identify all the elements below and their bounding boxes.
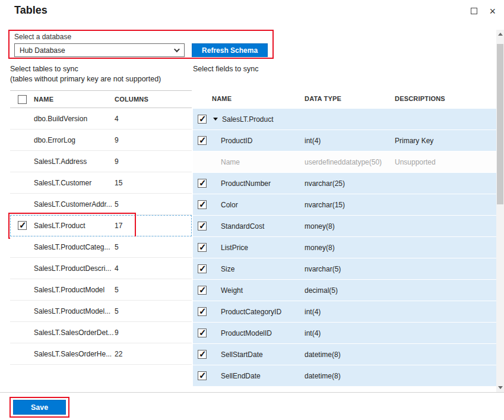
field-name: Name — [212, 158, 305, 166]
dialog-footer: Save — [0, 392, 504, 420]
field-checkbox[interactable] — [198, 264, 207, 273]
field-checkbox[interactable] — [198, 200, 207, 209]
fields-header-name: NAME — [212, 95, 305, 102]
table-name: SalesLT.ProductModel... — [34, 307, 115, 315]
field-row[interactable]: SellStartDatedatetime(8) — [193, 344, 496, 365]
table-row[interactable]: SalesLT.ProductModel...5 — [10, 301, 192, 322]
field-checkbox[interactable] — [198, 286, 207, 295]
field-checkbox[interactable] — [198, 371, 207, 380]
table-name: SalesLT.ProductDescri... — [34, 264, 115, 273]
field-data-type: int(4) — [305, 137, 395, 145]
field-checkbox[interactable] — [198, 329, 207, 337]
scroll-down-icon[interactable] — [498, 386, 503, 389]
tables-list: dbo.BuildVersion4dbo.ErrorLog9SalesLT.Ad… — [10, 108, 192, 365]
refresh-schema-button[interactable]: Refresh Schema — [192, 43, 268, 57]
field-checkbox[interactable] — [198, 243, 207, 252]
tables-panel-subheading: (tables without primary key are not supp… — [10, 74, 192, 84]
field-checkbox[interactable] — [198, 222, 207, 230]
field-data-type: nvarchar(25) — [305, 179, 395, 188]
tables-table: NAME COLUMNS dbo.BuildVersion4dbo.ErrorL… — [10, 90, 192, 365]
table-row[interactable]: dbo.BuildVersion4 — [10, 108, 192, 130]
field-checkbox[interactable] — [198, 179, 207, 188]
table-row[interactable]: SalesLT.Customer15 — [10, 172, 192, 194]
table-row[interactable]: dbo.ErrorLog9 — [10, 130, 192, 151]
field-description: Unsupported — [395, 158, 496, 166]
table-name: SalesLT.Product — [34, 222, 115, 230]
table-row[interactable]: SalesLT.Product17 — [10, 215, 192, 236]
table-column-count: 4 — [115, 115, 192, 123]
fields-panel-heading: Select fields to sync — [193, 64, 496, 74]
field-data-type: decimal(5) — [305, 286, 395, 295]
restore-icon[interactable] — [471, 6, 477, 17]
scrollbar-thumb[interactable] — [497, 44, 503, 204]
table-column-count: 5 — [115, 286, 192, 294]
collapse-triangle-icon[interactable] — [213, 118, 218, 121]
field-checkbox[interactable] — [198, 307, 207, 316]
fields-table-header: NAME DATA TYPE DESCRIPTIONS — [193, 90, 496, 107]
field-group-row[interactable]: SalesLT.Product — [193, 109, 496, 130]
table-checkbox[interactable] — [18, 221, 27, 230]
field-name: ProductID — [212, 137, 305, 145]
table-row[interactable]: SalesLT.ProductDescri...4 — [10, 258, 192, 279]
table-name: SalesLT.SalesOrderDet... — [34, 329, 115, 337]
field-data-type: int(4) — [305, 308, 395, 316]
field-description: Primary Key — [395, 137, 496, 145]
field-data-type: datetime(8) — [305, 372, 395, 380]
field-row[interactable]: SellEndDatedatetime(8) — [193, 365, 496, 387]
field-row[interactable]: StandardCostmoney(8) — [193, 216, 496, 237]
field-checkbox[interactable] — [198, 350, 207, 359]
table-column-count: 5 — [115, 307, 192, 315]
table-column-count: 17 — [115, 222, 192, 230]
scroll-up-icon[interactable] — [498, 33, 503, 36]
field-checkbox[interactable] — [198, 136, 207, 145]
field-name: ProductCategoryID — [212, 308, 305, 316]
table-name: SalesLT.CustomerAddr... — [34, 200, 115, 209]
field-row[interactable]: ProductIDint(4)Primary Key — [193, 130, 496, 151]
fields-table: NAME DATA TYPE DESCRIPTIONS SalesLT.Prod… — [193, 90, 496, 387]
field-name: SellStartDate — [212, 350, 305, 359]
field-checkbox[interactable] — [198, 115, 207, 124]
table-column-count: 15 — [115, 179, 192, 187]
tables-header-columns: COLUMNS — [115, 96, 192, 103]
field-data-type: money(8) — [305, 244, 395, 252]
table-column-count: 5 — [115, 243, 192, 251]
field-row[interactable]: Sizenvarchar(5) — [193, 258, 496, 280]
database-dropdown[interactable]: Hub Database — [14, 43, 185, 57]
table-name: SalesLT.SalesOrderHe... — [34, 350, 115, 358]
table-column-count: 5 — [115, 200, 192, 209]
dialog-titlebar: Tables × — [0, 0, 504, 24]
chevron-down-icon — [174, 46, 180, 52]
field-data-type: int(4) — [305, 329, 395, 337]
close-icon[interactable]: × — [489, 8, 496, 15]
fields-header-descriptions: DESCRIPTIONS — [395, 95, 496, 102]
database-section-annotation-box: Select a database Hub Database Refresh S… — [8, 30, 274, 59]
table-name: dbo.ErrorLog — [34, 136, 115, 144]
table-name: dbo.BuildVersion — [34, 115, 115, 123]
table-name: SalesLT.Customer — [34, 179, 115, 187]
table-row[interactable]: SalesLT.ProductModel5 — [10, 279, 192, 301]
field-name: ListPrice — [212, 244, 305, 252]
table-row[interactable]: SalesLT.SalesOrderDet...9 — [10, 322, 192, 343]
field-row[interactable]: ProductModelIDint(4) — [193, 323, 496, 344]
field-data-type: nvarchar(5) — [305, 265, 395, 273]
table-row[interactable]: SalesLT.SalesOrderHe...22 — [10, 343, 192, 365]
field-row[interactable]: Colornvarchar(15) — [193, 194, 496, 216]
table-row[interactable]: SalesLT.Address9 — [10, 151, 192, 172]
table-column-count: 22 — [115, 350, 192, 358]
table-row[interactable]: SalesLT.ProductCateg...5 — [10, 236, 192, 258]
select-all-tables-checkbox[interactable] — [18, 95, 27, 104]
field-row[interactable]: Weightdecimal(5) — [193, 280, 496, 301]
field-row[interactable]: ListPricemoney(8) — [193, 237, 496, 258]
field-data-type: money(8) — [305, 222, 395, 230]
field-name: SellEndDate — [212, 372, 305, 380]
field-data-type: userdefineddatatype(50) — [305, 158, 395, 166]
field-row[interactable]: ProductCategoryIDint(4) — [193, 301, 496, 323]
field-row[interactable]: Nameuserdefineddatatype(50)Unsupported — [193, 151, 496, 173]
table-row[interactable]: SalesLT.CustomerAddr...5 — [10, 194, 192, 215]
field-row[interactable]: ProductNumbernvarchar(25) — [193, 173, 496, 194]
save-button[interactable]: Save — [13, 400, 66, 415]
save-annotation-box: Save — [9, 397, 69, 418]
table-column-count: 4 — [115, 264, 192, 273]
vertical-scrollbar[interactable] — [496, 30, 504, 392]
field-name: ProductModelID — [212, 329, 305, 337]
